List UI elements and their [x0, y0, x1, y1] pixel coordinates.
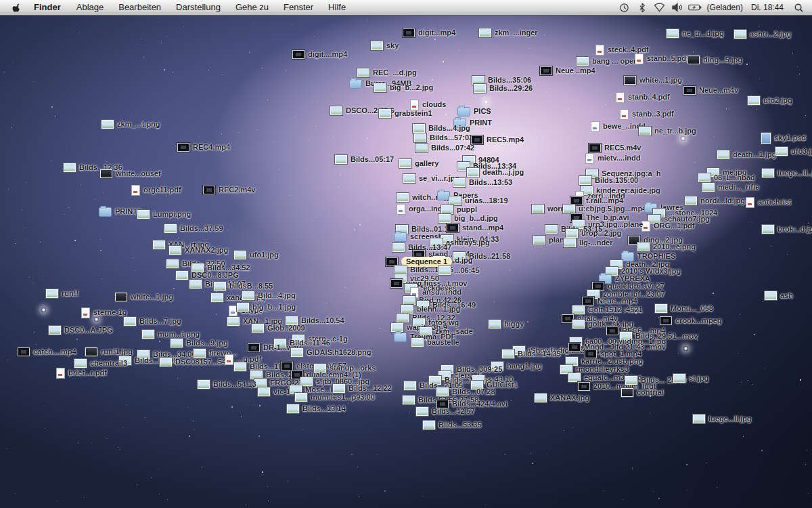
desktop-icon[interactable]: mum:les1...p93.00	[295, 392, 375, 402]
desktop-icon[interactable]: ne_tr...d.jpg	[667, 28, 724, 39]
desktop-icon[interactable]: PRINT2	[99, 207, 141, 217]
desktop-icon[interactable]: luege...lL.jpg	[762, 168, 812, 178]
menu-item-hilfe[interactable]: Hilfe	[321, 2, 353, 12]
desktop-icon[interactable]: white...ousef	[100, 169, 161, 179]
desktop-icon[interactable]: medi..._rifle	[702, 182, 759, 192]
desktop-icon[interactable]: mietv....indd	[585, 153, 640, 163]
desktop-icon[interactable]: Bilds...37.59	[164, 224, 223, 234]
desktop-icon[interactable]: zkm_...t.png	[102, 119, 160, 129]
desktop-icon[interactable]: Bild...4.jpg	[242, 291, 296, 301]
desktop-icon[interactable]: chemtrail3	[74, 358, 127, 368]
menu-item-bearbeiten[interactable]: Bearbeiten	[111, 2, 168, 12]
desktop-icon[interactable]: Bilds...13.14	[287, 404, 346, 414]
volume-icon[interactable]	[671, 1, 684, 14]
desktop-icon[interactable]: ne_tr...b.jpg	[639, 126, 696, 136]
desktop-icon[interactable]: stanb..4.pdf	[616, 92, 670, 102]
desktop-icon[interactable]: REC5.m4v	[589, 143, 641, 153]
desktop-icon[interactable]: PICS	[457, 106, 491, 117]
desktop-icon[interactable]: ufo1.jpg	[234, 250, 279, 260]
desktop-icon[interactable]: 2010...e.png	[637, 242, 696, 252]
desktop-icon[interactable]: st.jpg	[673, 373, 708, 383]
desktop-icon[interactable]: big_b...d.jpg	[438, 213, 498, 224]
desktop-icon[interactable]: antichrist	[746, 197, 792, 207]
desktop[interactable]: digit...mp4zkm_...ingerskydigit....mp4ne…	[0, 15, 812, 508]
desktop-icon[interactable]: orgc11.pdf	[131, 185, 181, 195]
spotlight-icon[interactable]	[792, 1, 805, 14]
desktop-icon[interactable]: sterne-1g	[81, 308, 127, 318]
menu-item-finder[interactable]: Finder	[26, 2, 69, 12]
desktop-icon[interactable]: brok:..d.jpg	[762, 224, 812, 234]
desktop-icon[interactable]: catch....mp4	[18, 347, 76, 357]
desktop-icon[interactable]: Bilds...05:17	[335, 154, 394, 165]
desktop-icon[interactable]: bildsB...8.55	[214, 281, 273, 291]
desktop-icon[interactable]: Bilds...14.35	[502, 349, 561, 359]
desktop-icon[interactable]: ORG...1.pdf	[641, 221, 695, 231]
desktop-icon[interactable]: white...1.jpg	[115, 292, 173, 302]
desktop-icon[interactable]: death...1.jpg	[717, 150, 776, 160]
desktop-icon[interactable]: digit...mp4	[403, 28, 455, 38]
desktop-icon[interactable]: death...j.jpg	[467, 167, 524, 177]
desktop-icon[interactable]: Neue...m4v	[683, 85, 738, 96]
desktop-icon[interactable]: ufo3.jpg	[775, 146, 812, 156]
desktop-icon[interactable]: ufo2.jpg	[748, 96, 792, 106]
desktop-icon[interactable]: Bilds...9.jpg	[171, 338, 228, 348]
desktop-icon[interactable]: 08_L...nbad	[698, 173, 755, 183]
desktop-icon[interactable]: contrial	[621, 387, 664, 398]
desktop-icon[interactable]: digit....mp4	[292, 49, 347, 60]
desktop-icon[interactable]: REC5.mp4	[471, 135, 524, 145]
desktop-icon[interactable]: Bilds...29:26	[474, 83, 533, 93]
wifi-icon[interactable]	[653, 1, 667, 14]
desktop-icon[interactable]: Bilds...12.22	[333, 383, 392, 394]
time-machine-icon[interactable]	[618, 1, 631, 14]
desktop-icon[interactable]: Glob..2009	[252, 323, 305, 333]
desktop-icon[interactable]: nordi...ld.jpg	[685, 196, 745, 206]
desktop-icon[interactable]: Monu..._058	[655, 303, 713, 314]
desktop-icon[interactable]: Bilds.135:00	[579, 175, 638, 186]
desktop-icon[interactable]: Bilds...07:42	[415, 143, 474, 153]
desktop-icon[interactable]: se_vi...r.jpg	[403, 173, 459, 184]
desktop-icon[interactable]: GlDAlS.h1628.png	[291, 347, 371, 358]
desktop-icon[interactable]: REC_...d.jpg	[357, 68, 417, 78]
desktop-icon[interactable]: luege...ll.jpg	[693, 414, 752, 424]
desktop-icon[interactable]: REC4.mp4	[177, 142, 230, 152]
desktop-icon[interactable]: ...06:45	[438, 266, 479, 276]
menu-item-ablage[interactable]: Ablage	[69, 2, 111, 12]
apple-menu[interactable]	[8, 3, 26, 13]
desktop-icon[interactable]: big_b...2.jpg	[374, 83, 433, 93]
desktop-icon[interactable]: REC2.m4v	[203, 185, 255, 195]
desktop-icon[interactable]: ash	[765, 291, 793, 301]
desktop-icon[interactable]: bewe_..indd	[591, 121, 646, 131]
desktop-icon[interactable]: Bilds...57:03	[414, 133, 473, 143]
desktop-icon[interactable]: white...1.jpg	[624, 75, 682, 85]
desktop-icon[interactable]: orga...indd	[397, 204, 447, 214]
desktop-icon[interactable]: brief...r.pdf	[56, 368, 107, 378]
desktop-icon[interactable]: Bilds...53.35	[423, 420, 482, 430]
desktop-icon[interactable]: bang ... open	[577, 56, 638, 66]
desktop-icon[interactable]: DSC08157...54	[160, 357, 226, 367]
desktop-icon[interactable]: sky1.psd	[761, 133, 806, 143]
desktop-icon[interactable]: Bilds...4.jpg	[413, 123, 470, 133]
desktop-icon[interactable]: stand...mp4	[447, 223, 503, 233]
desktop-icon[interactable]: worm	[532, 204, 567, 214]
desktop-icon[interactable]: grabstein1	[379, 108, 432, 119]
desktop-icon[interactable]: urop...2.jpg	[566, 228, 621, 238]
desktop-icon[interactable]: stanb..3.pdf	[620, 109, 674, 119]
desktop-icon[interactable]: Bilds...13:53	[453, 177, 512, 188]
desktop-icon[interactable]: Bilds...54.13	[198, 379, 256, 389]
desktop-icon[interactable]: run!!	[46, 289, 78, 299]
desktop-icon[interactable]: ashtr...2.jpg	[734, 29, 791, 39]
desktop-icon[interactable]: crook...mpeg	[660, 316, 721, 326]
desktop-icon[interactable]: biggy	[489, 319, 524, 329]
menu-item-gehe-zu[interactable]: Gehe zu	[228, 2, 276, 12]
battery-icon[interactable]	[688, 1, 702, 14]
desktop-icon[interactable]: plane	[533, 235, 568, 245]
desktop-icon[interactable]: XANAX2.jpg	[169, 245, 228, 255]
desktop-icon[interactable]: zkm_...inger	[479, 28, 538, 38]
desktop-icon[interactable]: llg-...nder	[564, 238, 613, 248]
bluetooth-icon[interactable]	[635, 1, 649, 14]
desktop-icon[interactable]: XANAX.jpg	[535, 393, 589, 403]
desktop-icon[interactable]: Bilds...7.jpg	[124, 316, 181, 326]
desktop-icon[interactable]: Lumpi.png	[137, 209, 191, 219]
menu-bar-clock[interactable]: Di. 18:44	[751, 3, 784, 12]
desktop-icon[interactable]: baustelle	[411, 337, 459, 347]
